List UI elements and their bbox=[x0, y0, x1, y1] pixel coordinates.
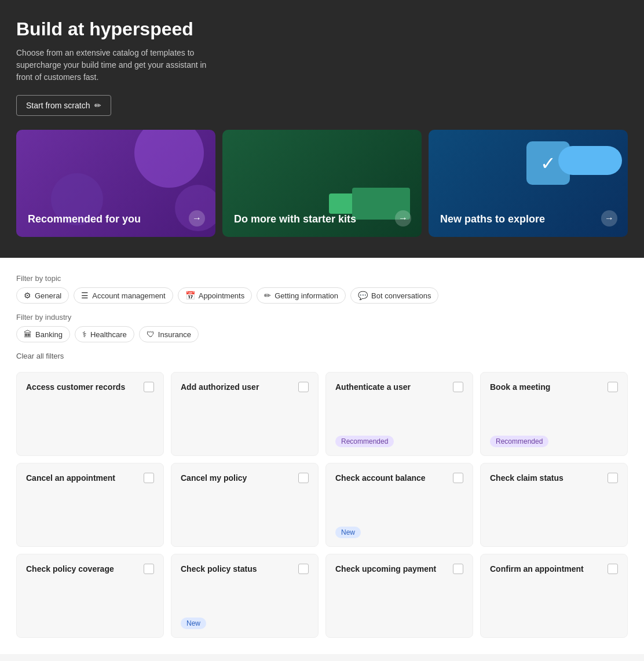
topic-chip-info[interactable]: ✏Getting information bbox=[257, 287, 346, 304]
template-name-check-coverage: Check policy coverage bbox=[26, 564, 114, 575]
chip-label-bot: Bot conversations bbox=[371, 291, 431, 300]
templates-grid: Access customer records Add authorized u… bbox=[16, 372, 628, 638]
template-checkbox-cancel-policy[interactable] bbox=[298, 473, 309, 483]
chip-icon-account: ☰ bbox=[81, 291, 89, 300]
promo-card-recommended-title: Recommended for you bbox=[28, 213, 204, 225]
template-card-check-balance[interactable]: Check account balance New bbox=[325, 463, 473, 547]
template-card-check-coverage[interactable]: Check policy coverage bbox=[16, 554, 164, 638]
chip-label-insurance: Insurance bbox=[158, 330, 191, 339]
topic-chip-general[interactable]: ⚙General bbox=[16, 287, 69, 304]
chip-label-healthcare: Healthcare bbox=[90, 330, 127, 339]
template-checkbox-check-coverage[interactable] bbox=[144, 564, 154, 574]
chip-label-account: Account management bbox=[92, 291, 165, 300]
template-card-header: Confirm an appointment bbox=[490, 564, 618, 575]
template-card-header: Authenticate a user bbox=[335, 382, 463, 393]
chip-icon-info: ✏ bbox=[264, 291, 271, 300]
topic-filter-section: Filter by topic ⚙General☰Account managem… bbox=[16, 274, 628, 304]
industry-chips: 🏛Banking⚕Healthcare🛡Insurance bbox=[16, 326, 628, 342]
industry-filter-section: Filter by industry 🏛Banking⚕Healthcare🛡I… bbox=[16, 313, 628, 342]
template-checkbox-authenticate-user[interactable] bbox=[453, 382, 463, 392]
template-card-header: Cancel my policy bbox=[181, 473, 309, 484]
template-name-cancel-appt: Cancel an appointment bbox=[26, 473, 115, 484]
template-checkbox-confirm-appt[interactable] bbox=[608, 564, 618, 574]
template-checkbox-add-authorized[interactable] bbox=[298, 382, 309, 392]
chip-label-banking: Banking bbox=[35, 330, 63, 339]
template-checkbox-check-policy[interactable] bbox=[298, 564, 309, 574]
template-card-authenticate-user[interactable]: Authenticate a user Recommended bbox=[325, 372, 473, 456]
template-name-check-policy: Check policy status bbox=[181, 564, 257, 575]
template-card-cancel-policy[interactable]: Cancel my policy bbox=[171, 463, 319, 547]
template-name-check-balance: Check account balance bbox=[335, 473, 426, 484]
industry-chip-insurance[interactable]: 🛡Insurance bbox=[139, 326, 199, 342]
template-card-header: Book a meeting bbox=[490, 382, 618, 393]
template-card-check-claim[interactable]: Check claim status bbox=[480, 463, 628, 547]
topic-chips: ⚙General☰Account management📅Appointments… bbox=[16, 287, 628, 304]
clear-filters-link[interactable]: Clear all filters bbox=[16, 352, 628, 360]
decorative-pill bbox=[558, 146, 622, 175]
promo-card-explore-title: New paths to explore bbox=[440, 213, 616, 225]
template-checkbox-access-customer[interactable] bbox=[144, 382, 154, 392]
template-name-check-claim: Check claim status bbox=[490, 473, 564, 484]
promo-card-recommended[interactable]: Recommended for you → bbox=[16, 130, 215, 237]
chip-icon-insurance: 🛡 bbox=[147, 330, 155, 339]
template-name-book-meeting: Book a meeting bbox=[490, 382, 550, 393]
template-card-header: Check claim status bbox=[490, 473, 618, 484]
template-card-book-meeting[interactable]: Book a meeting Recommended bbox=[480, 372, 628, 456]
template-card-header: Check policy coverage bbox=[26, 564, 154, 575]
promo-card-starter[interactable]: Do more with starter kits → bbox=[222, 130, 422, 237]
promo-card-recommended-arrow: → bbox=[189, 210, 205, 227]
template-name-authenticate-user: Authenticate a user bbox=[335, 382, 411, 393]
template-card-check-policy[interactable]: Check policy status New bbox=[171, 554, 319, 638]
template-name-access-customer: Access customer records bbox=[26, 382, 125, 393]
template-card-header: Add authorized user bbox=[181, 382, 309, 393]
topic-chip-bot[interactable]: 💬Bot conversations bbox=[350, 287, 438, 304]
promo-card-explore[interactable]: ✓ New paths to explore → bbox=[429, 130, 628, 237]
template-checkbox-check-payment[interactable] bbox=[453, 564, 463, 574]
topic-chip-appts[interactable]: 📅Appointments bbox=[178, 287, 253, 304]
template-card-confirm-appt[interactable]: Confirm an appointment bbox=[480, 554, 628, 638]
hero-title: Build at hyperspeed bbox=[16, 19, 628, 40]
badge-new: New bbox=[335, 527, 361, 538]
chip-icon-banking: 🏛 bbox=[24, 330, 32, 339]
badge-new: New bbox=[181, 618, 206, 629]
promo-cards-row: Recommended for you → Do more with start… bbox=[16, 130, 628, 237]
template-card-add-authorized[interactable]: Add authorized user bbox=[171, 372, 319, 456]
chip-icon-bot: 💬 bbox=[358, 291, 368, 300]
template-checkbox-book-meeting[interactable] bbox=[608, 382, 618, 392]
template-card-check-payment[interactable]: Check upcoming payment bbox=[325, 554, 473, 638]
edit-icon: ✏ bbox=[94, 101, 101, 110]
template-name-add-authorized: Add authorized user bbox=[181, 382, 259, 393]
chip-icon-healthcare: ⚕ bbox=[82, 330, 87, 339]
topic-filter-label: Filter by topic bbox=[16, 274, 628, 283]
template-card-header: Check upcoming payment bbox=[335, 564, 463, 575]
template-card-cancel-appt[interactable]: Cancel an appointment bbox=[16, 463, 164, 547]
chip-label-appts: Appointments bbox=[199, 291, 245, 300]
template-card-header: Access customer records bbox=[26, 382, 154, 393]
chip-icon-general: ⚙ bbox=[24, 291, 31, 300]
topic-chip-account[interactable]: ☰Account management bbox=[74, 287, 173, 304]
template-name-confirm-appt: Confirm an appointment bbox=[490, 564, 584, 575]
template-checkbox-check-claim[interactable] bbox=[608, 473, 618, 483]
template-card-header: Check policy status bbox=[181, 564, 309, 575]
template-checkbox-cancel-appt[interactable] bbox=[144, 473, 154, 483]
industry-filter-label: Filter by industry bbox=[16, 313, 628, 322]
template-name-check-payment: Check upcoming payment bbox=[335, 564, 436, 575]
chip-label-general: General bbox=[35, 291, 61, 300]
hero-subtitle: Choose from an extensive catalog of temp… bbox=[16, 47, 225, 83]
badge-recommended: Recommended bbox=[490, 436, 548, 447]
template-card-header: Check account balance bbox=[335, 473, 463, 484]
template-name-cancel-policy: Cancel my policy bbox=[181, 473, 247, 484]
promo-card-explore-arrow: → bbox=[601, 210, 617, 227]
decorative-blob-1 bbox=[134, 130, 204, 188]
chip-label-info: Getting information bbox=[275, 291, 338, 300]
chip-icon-appts: 📅 bbox=[185, 291, 195, 300]
template-card-header: Cancel an appointment bbox=[26, 473, 154, 484]
promo-card-starter-title: Do more with starter kits bbox=[234, 213, 410, 225]
template-card-access-customer[interactable]: Access customer records bbox=[16, 372, 164, 456]
industry-chip-banking[interactable]: 🏛Banking bbox=[16, 326, 70, 342]
promo-card-starter-arrow: → bbox=[395, 210, 411, 227]
industry-chip-healthcare[interactable]: ⚕Healthcare bbox=[75, 326, 134, 342]
scratch-btn-label: Start from scratch bbox=[26, 101, 90, 110]
start-from-scratch-button[interactable]: Start from scratch ✏ bbox=[16, 95, 111, 116]
template-checkbox-check-balance[interactable] bbox=[453, 473, 463, 483]
